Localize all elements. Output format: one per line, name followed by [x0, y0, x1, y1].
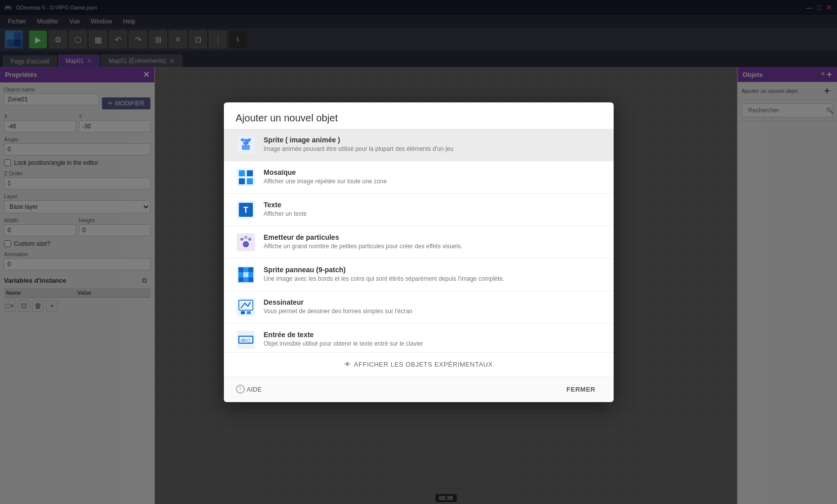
svg-rect-32 — [248, 267, 253, 272]
object-type-textinput[interactable]: abc| Entrée de texte Objet invisible uti… — [224, 324, 614, 352]
text-name: Texte — [264, 201, 602, 209]
textinput-desc: Objet invisible utilisé pour obtenir le … — [264, 340, 602, 348]
particles-icon — [236, 232, 256, 252]
svg-rect-31 — [243, 267, 248, 272]
svg-point-26 — [248, 238, 251, 241]
svg-point-7 — [248, 138, 251, 141]
mosaic-name: Mosaïque — [264, 168, 602, 176]
modal-title: Ajouter un nouvel objet — [224, 102, 614, 129]
svg-rect-17 — [247, 178, 253, 184]
svg-rect-40 — [239, 300, 253, 310]
object-type-mosaic[interactable]: Mosaïque Afficher une image répétée sur … — [224, 161, 614, 194]
svg-rect-16 — [239, 178, 245, 184]
svg-point-24 — [240, 238, 243, 241]
mosaic-desc: Afficher une image répétée sur toute une… — [264, 177, 602, 186]
textinput-info: Entrée de texte Objet invisible utilisé … — [264, 331, 602, 348]
mosaic-icon — [236, 167, 256, 187]
sprite-info: Sprite ( image animée ) Image animée pou… — [264, 136, 602, 153]
object-type-ninepatch[interactable]: Sprite panneau (9-patch) Une image avec … — [224, 259, 614, 291]
sprite-desc: Image animée pouvant être utilisé pour l… — [264, 145, 602, 153]
svg-point-28 — [247, 237, 248, 239]
svg-point-27 — [243, 237, 244, 239]
particles-info: Emetteur de particules Affiche un grand … — [264, 233, 602, 251]
experimental-row: 👁 AFFICHER LES OBJETS EXPÉRIMENTAUX — [224, 352, 614, 376]
ninepatch-desc: Une image avec les bords et les coins qu… — [264, 275, 602, 283]
svg-rect-14 — [239, 170, 245, 176]
svg-rect-35 — [248, 272, 253, 277]
ninepatch-icon — [236, 265, 256, 285]
textinput-name: Entrée de texte — [264, 331, 602, 339]
mosaic-info: Mosaïque Afficher une image répétée sur … — [264, 168, 602, 186]
svg-point-12 — [244, 141, 245, 142]
svg-rect-41 — [241, 311, 245, 314]
object-type-text[interactable]: T Texte Afficher un texte — [224, 194, 614, 226]
show-experimental-button[interactable]: 👁 AFFICHER LES OBJETS EXPÉRIMENTAUX — [236, 358, 602, 371]
svg-text:abc|: abc| — [241, 338, 250, 343]
svg-rect-33 — [238, 272, 243, 277]
particles-desc: Affiche un grand nombre de petites parti… — [264, 242, 602, 251]
svg-rect-42 — [247, 311, 251, 314]
drawer-icon — [236, 297, 256, 317]
question-icon: ? — [236, 385, 245, 394]
svg-rect-36 — [238, 277, 243, 282]
text-desc: Afficher un texte — [264, 210, 602, 218]
svg-rect-8 — [242, 145, 250, 150]
particles-name: Emetteur de particules — [264, 233, 602, 241]
aide-button[interactable]: ? AIDE — [236, 385, 262, 394]
sprite-name: Sprite ( image animée ) — [264, 136, 602, 144]
text-icon: T — [236, 200, 256, 220]
object-type-particles[interactable]: Emetteur de particules Affiche un grand … — [224, 226, 614, 259]
object-type-drawer[interactable]: Dessinateur Vous permet de dessiner des … — [224, 291, 614, 324]
svg-rect-37 — [243, 277, 248, 282]
modal-footer-left: ? AIDE — [236, 385, 262, 394]
text-info: Texte Afficher un texte — [264, 201, 602, 218]
eye-icon: 👁 — [344, 361, 351, 368]
sprite-icon — [236, 135, 256, 155]
svg-text:T: T — [243, 206, 248, 214]
drawer-desc: Vous permet de dessiner des formes simpl… — [264, 307, 602, 316]
object-type-sprite[interactable]: Sprite ( image animée ) Image animée pou… — [224, 129, 614, 161]
svg-point-11 — [243, 141, 244, 142]
svg-point-23 — [244, 242, 248, 246]
modal-overlay: Ajouter un nouvel objet — [0, 0, 837, 504]
svg-rect-34 — [243, 272, 248, 277]
add-object-modal: Ajouter un nouvel objet — [224, 102, 614, 402]
modal-footer: ? AIDE FERMER — [224, 376, 614, 402]
ninepatch-info: Sprite panneau (9-patch) Une image avec … — [264, 266, 602, 283]
drawer-info: Dessinateur Vous permet de dessiner des … — [264, 298, 602, 316]
modal-body: Sprite ( image animée ) Image animée pou… — [224, 129, 614, 352]
drawer-name: Dessinateur — [264, 298, 602, 306]
svg-rect-15 — [247, 170, 253, 176]
svg-point-25 — [244, 236, 247, 239]
svg-rect-38 — [248, 277, 253, 282]
close-modal-button[interactable]: FERMER — [561, 383, 602, 396]
textinput-icon: abc| — [236, 330, 256, 350]
svg-rect-30 — [238, 267, 243, 272]
ninepatch-name: Sprite panneau (9-patch) — [264, 266, 602, 274]
